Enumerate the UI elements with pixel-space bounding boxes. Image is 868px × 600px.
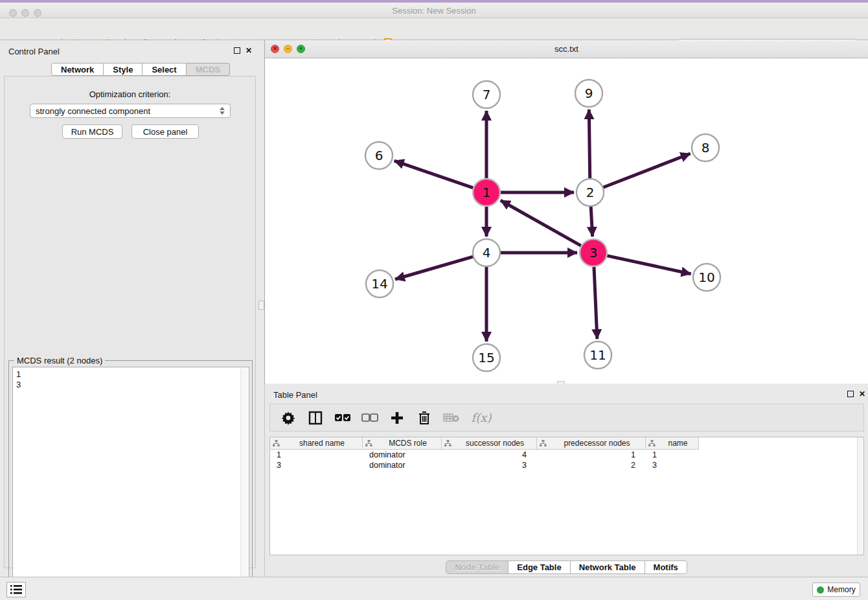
table-body: 1dominator4113dominator323 [270, 450, 863, 470]
graph-edge-1-6[interactable] [394, 161, 475, 189]
result-scrollbar[interactable] [240, 368, 248, 598]
tab-network-table[interactable]: Network Table [571, 560, 645, 574]
graph-edge-2-9[interactable] [589, 110, 589, 181]
tab-select[interactable]: Select [143, 63, 186, 76]
graph-node-label-8: 8 [702, 140, 710, 156]
memory-label: Memory [827, 585, 855, 594]
column-header-shared-name[interactable]: shared name [270, 437, 363, 450]
cell-predecessor-nodes[interactable]: 1 [537, 450, 646, 460]
graph-node-label-14: 14 [371, 276, 387, 292]
titlebar[interactable]: Session: New Session [0, 3, 868, 18]
run-mcds-button[interactable]: Run MCDS [62, 124, 122, 139]
column-header-name[interactable]: name [646, 437, 699, 450]
table-toolbar: f(x) [269, 404, 864, 432]
add-column-icon[interactable] [388, 409, 406, 427]
mcds-result-values: 1 3 [16, 369, 21, 390]
graph-edge-3-11[interactable] [594, 264, 597, 339]
select-stepper-icon [220, 107, 225, 115]
cell-shared-name[interactable]: 1 [270, 450, 363, 460]
cell-name[interactable]: 1 [646, 450, 699, 460]
graph-node-label-7: 7 [483, 87, 491, 102]
graph-node-label-4: 4 [483, 245, 491, 260]
cell-successor-nodes[interactable]: 4 [442, 450, 537, 460]
optimization-criterion-label: Optimization criterion: [5, 89, 255, 99]
cell-MCDS-role[interactable]: dominator [363, 450, 442, 460]
network-canvas[interactable]: 7968124314101511 [265, 58, 867, 384]
float-table-panel-icon[interactable] [846, 389, 855, 398]
column-header-MCDS-role[interactable]: MCDS role [363, 437, 442, 450]
graph-node-label-15: 15 [478, 350, 494, 365]
graph-edge-2-8[interactable] [601, 154, 691, 188]
criterion-select[interactable]: strongly connected component [30, 104, 231, 118]
column-header-successor-nodes[interactable]: successor nodes [442, 437, 537, 450]
graph-node-label-2: 2 [586, 185, 595, 200]
control-panel-title: Control Panel [8, 47, 60, 56]
graph-node-label-3: 3 [589, 245, 598, 260]
control-panel-tabs: NetworkStyleSelectMCDS [51, 63, 230, 76]
fx-label: f(x) [472, 411, 492, 424]
table-row-1[interactable]: 3dominator323 [270, 460, 863, 470]
table-row-0[interactable]: 1dominator411 [270, 450, 863, 460]
graph-node-label-1: 1 [483, 185, 491, 200]
mcds-result-title: MCDS result (2 nodes) [14, 356, 105, 365]
tab-node-table[interactable]: Node Table [446, 560, 508, 574]
tab-edge-table[interactable]: Edge Table [508, 560, 570, 574]
memory-status-icon [817, 586, 824, 594]
memory-button[interactable]: Memory [812, 583, 860, 597]
control-panel: Control Panel ✕ NetworkStyleSelectMCDS O… [0, 40, 260, 577]
cell-shared-name[interactable]: 3 [270, 460, 363, 470]
table-mode-icon[interactable] [279, 409, 297, 427]
column-header-predecessor-nodes[interactable]: predecessor nodes [537, 437, 646, 450]
table-tabs: Node TableEdge TableNetwork TableMotifs [265, 560, 868, 574]
mcds-panel: Optimization criterion: strongly connect… [4, 76, 256, 568]
graph-node-label-10: 10 [698, 270, 714, 285]
application-window: Session: New Session [0, 0, 868, 600]
show-columns-icon[interactable] [306, 409, 325, 427]
delete-table-icon [442, 409, 461, 427]
network-window-title: scc.txt [265, 44, 868, 54]
splitter-grip[interactable] [258, 301, 264, 310]
close-panel-icon[interactable]: ✕ [244, 46, 253, 55]
delete-column-icon[interactable] [415, 409, 433, 427]
graph-node-label-9: 9 [585, 86, 593, 101]
tab-style[interactable]: Style [104, 63, 143, 76]
table-panel: Table Panel ✕ [264, 384, 868, 577]
cell-predecessor-nodes[interactable]: 2 [537, 460, 646, 470]
tab-mcds[interactable]: MCDS [187, 63, 230, 76]
network-graph[interactable]: 7968124314101511 [265, 58, 867, 384]
cell-successor-nodes[interactable]: 3 [442, 460, 537, 470]
table-scrollbar[interactable] [857, 437, 863, 555]
main-toolbar [0, 18, 868, 40]
window-title: Session: New Session [0, 6, 868, 16]
tab-network[interactable]: Network [51, 63, 104, 76]
list-icon [10, 585, 22, 594]
close-panel-button[interactable]: Close panel [131, 124, 199, 139]
status-bar: Memory [0, 577, 868, 600]
task-history-button[interactable] [6, 582, 26, 597]
close-table-panel-icon[interactable]: ✕ [858, 389, 867, 398]
float-panel-icon[interactable] [233, 46, 242, 55]
select-all-columns-icon[interactable] [334, 409, 352, 427]
network-view-window: ✕ − + scc.txt 7968124314101511 [264, 40, 868, 384]
tab-motifs[interactable]: Motifs [645, 560, 687, 574]
mcds-result-group: MCDS result (2 nodes) 1 3 [8, 360, 253, 600]
graph-edge-2-3[interactable] [591, 204, 593, 237]
cell-name[interactable]: 3 [646, 460, 699, 470]
cell-MCDS-role[interactable]: dominator [363, 460, 442, 470]
function-builder-icon: f(x) [470, 409, 493, 427]
table-header-row: shared nameMCDS rolesuccessor nodesprede… [270, 437, 863, 450]
deselect-all-columns-icon[interactable] [361, 409, 379, 427]
graph-node-label-11: 11 [589, 347, 606, 363]
network-window-titlebar[interactable]: ✕ − + scc.txt [265, 40, 868, 58]
table-panel-title: Table Panel [273, 390, 317, 400]
graph-edge-3-1[interactable] [501, 200, 584, 247]
mcds-result-textarea[interactable]: 1 3 [12, 367, 249, 598]
graph-node-label-6: 6 [375, 148, 383, 163]
node-table[interactable]: shared nameMCDS rolesuccessor nodesprede… [269, 437, 864, 555]
criterion-value: strongly connected component [36, 106, 150, 116]
graph-edge-4-14[interactable] [395, 256, 475, 279]
graph-edge-3-10[interactable] [605, 255, 691, 274]
